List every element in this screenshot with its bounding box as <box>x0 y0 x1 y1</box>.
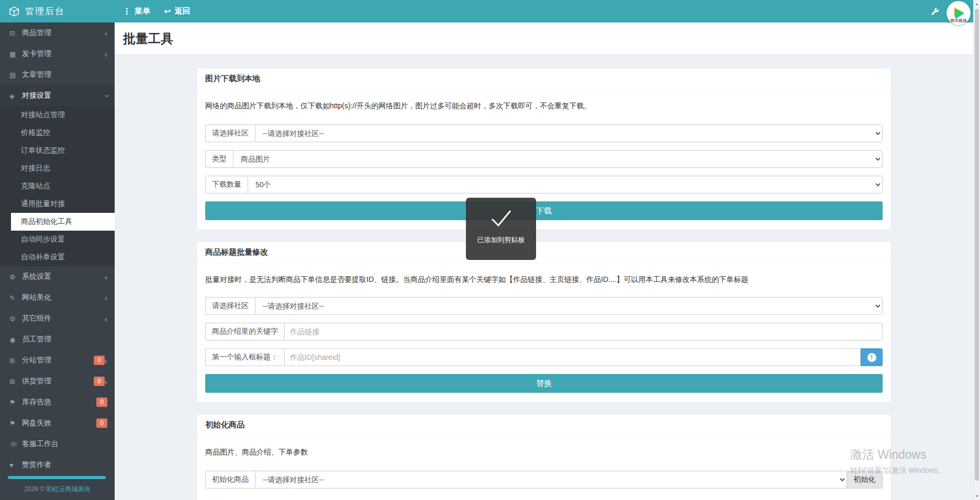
chevron-left-icon: ‹ <box>105 356 107 365</box>
sidebar-item-staff[interactable]: ◉ 员工管理 <box>0 329 115 350</box>
chevron-left-icon: ‹ <box>105 293 107 302</box>
page-header: 批量工具 <box>115 22 973 55</box>
community-select[interactable]: --请选择对接社区-- <box>255 124 883 142</box>
clipboard-toast: 已添加到剪贴板 <box>466 198 536 260</box>
chevron-left-icon: ‹ <box>105 314 107 323</box>
back-arrow-icon: ↩ <box>164 6 171 16</box>
main-area: 批量工具 图片下载到本地 网络的商品图片下载到本地，仅下载如http(s)://… <box>115 22 973 500</box>
brand[interactable]: 管理后台 <box>0 5 115 17</box>
sidebar-item-articles[interactable]: ▤ 文章管理 <box>0 64 115 85</box>
grid-icon: ▦ <box>9 50 22 58</box>
back-button[interactable]: ↩ 返回 <box>164 6 190 16</box>
headset-icon: ☏ <box>9 440 22 448</box>
download-count-label: 下载数量 <box>205 176 248 194</box>
download-count-select[interactable]: 50个 <box>248 176 883 194</box>
heart-icon: ♥ <box>9 461 22 469</box>
sidebar-item-substations[interactable]: ⊞ 分站管理 0 ‹ <box>0 350 115 371</box>
download-button[interactable]: 下载 <box>205 201 883 220</box>
submenu-item-order-status[interactable]: 订单状态监控 <box>0 142 115 160</box>
count-badge: 0 <box>96 418 107 428</box>
init-goods-label: 初始化商品 <box>205 471 255 488</box>
cube-logo-icon <box>8 6 20 17</box>
page-title: 批量工具 <box>123 30 173 47</box>
submenu-item-dock-logs[interactable]: 对接日志 <box>0 160 115 177</box>
cubes-icon: ◈ <box>9 92 22 100</box>
submenu-item-auto-reorder[interactable]: 自动补单设置 <box>0 248 115 266</box>
card-title-batch-edit: 商品标题批量修改 批量对接时，是无法判断商品下单信息是否要提取ID、链接。当商品… <box>197 242 890 402</box>
sidebar-item-service-desk[interactable]: ☏ 客服工作台 <box>0 434 115 454</box>
keyword-input-label: 商品介绍里的关键字 <box>205 323 284 340</box>
sidebar-item-goods[interactable]: ⊟ 商品管理 ‹ <box>0 22 115 43</box>
gear-icon: ⚙ <box>9 273 22 281</box>
sidebar-item-low-stock[interactable]: ⚑ 库存告急 0 <box>0 392 115 413</box>
tencent-video-float-icon[interactable]: 腾讯视频 <box>946 1 971 25</box>
brush-icon: ✎ <box>9 294 22 302</box>
community-select-label: 请选择社区 <box>205 124 255 142</box>
sidebar: ⊟ 商品管理 ‹ ▦ 发卡管理 ‹ ▤ 文章管理 ◈ 对接设置 ‹ 对接站点管理… <box>0 22 115 500</box>
first-input-title-input[interactable] <box>284 348 861 366</box>
card-title: 商品标题批量修改 <box>197 242 890 263</box>
submenu-item-dock-sites[interactable]: 对接站点管理 <box>0 106 115 124</box>
replace-button[interactable]: 替换 <box>205 374 883 393</box>
chevron-left-icon: ‹ <box>105 377 107 386</box>
card-image-download: 图片下载到本地 网络的商品图片下载到本地，仅下载如http(s)://开头的网络… <box>197 69 890 230</box>
user-icon: ◉ <box>9 336 22 344</box>
menu-label: 菜单 <box>135 6 150 16</box>
card-title: 初始化商品 <box>197 415 890 436</box>
vertical-dots-icon: ⋮ <box>122 6 131 16</box>
bullhorn-icon: ⚑ <box>9 419 22 427</box>
count-badge: 0 <box>94 356 105 365</box>
copyright-link[interactable]: 彩虹云商城系统 <box>47 485 91 493</box>
sidebar-item-beautify[interactable]: ✎ 网站美化 ‹ <box>0 287 115 308</box>
chevron-left-icon: ‹ <box>105 29 107 38</box>
cart-icon: ⊟ <box>9 29 22 37</box>
sidebar-copyright: 2026 © 彩虹云商城系统 <box>0 485 115 494</box>
sidebar-item-suppliers[interactable]: ⊞ 供货管理 0 ‹ <box>0 371 115 392</box>
toast-message: 已添加到剪贴板 <box>477 235 525 245</box>
submenu-item-auto-sync[interactable]: 自动同步设置 <box>0 231 115 248</box>
initialize-button[interactable]: 初始化 <box>847 471 883 488</box>
bullhorn-icon: ⚑ <box>9 399 22 406</box>
sidebar-item-system[interactable]: ⚙ 系统设置 ‹ <box>0 266 115 287</box>
community-select-label: 请选择社区 <box>205 297 255 315</box>
card-description: 批量对接时，是无法判断商品下单信息是否要提取ID、链接。当商品介绍里面有某个关键… <box>205 275 883 285</box>
type-select-label: 类型 <box>205 150 233 168</box>
sitemap-icon: ⊞ <box>9 357 22 365</box>
sidebar-scroll-indicator[interactable] <box>8 476 106 479</box>
topnav: ⋮ 菜单 ↩ 返回 <box>115 6 190 16</box>
sidebar-item-dead-links[interactable]: ⚑ 网盘失效 0 <box>0 413 115 434</box>
scroll-down-icon[interactable]: ▼ <box>974 492 980 500</box>
count-badge: 0 <box>96 397 107 407</box>
community-select-2[interactable]: --请选择对接社区-- <box>255 297 883 315</box>
scrollbar-thumb[interactable] <box>975 9 979 481</box>
submenu-item-batch-dock[interactable]: 通用批量对接 <box>0 195 115 213</box>
card-init-goods: 初始化商品 商品图片、商品介绍、下单参数 初始化商品 --请选择对接社区-- 初… <box>197 415 890 500</box>
scroll-up-icon[interactable]: ▲ <box>974 0 980 8</box>
sidebar-item-dock-settings[interactable]: ◈ 对接设置 ‹ <box>0 85 115 106</box>
submenu-item-clone-site[interactable]: 克隆站点 <box>0 177 115 195</box>
wrench-icon[interactable] <box>930 7 940 16</box>
sitemap-icon: ⊞ <box>9 378 22 385</box>
menu-button[interactable]: ⋮ 菜单 <box>122 6 150 16</box>
submenu-item-init-tool[interactable]: 商品初始化工具 <box>11 213 115 231</box>
keyword-input[interactable] <box>284 323 883 340</box>
card-description: 网络的商品图片下载到本地，仅下载如http(s)://开头的网络图片，图片过多可… <box>205 101 883 111</box>
card-title: 图片下载到本地 <box>197 69 890 89</box>
brand-title: 管理后台 <box>25 5 65 17</box>
page-scrollbar[interactable]: ▲ ▼ <box>973 0 980 500</box>
init-community-select[interactable]: --请选择对接社区-- <box>255 471 847 488</box>
checkmark-icon <box>486 205 516 230</box>
dock-settings-submenu: 对接站点管理 价格监控 订单状态监控 对接日志 克隆站点 通用批量对接 商品初始… <box>0 106 115 266</box>
sidebar-item-donate[interactable]: ♥ 赞赏作者 <box>0 454 115 475</box>
chevron-down-icon: ‹ <box>102 95 110 97</box>
sidebar-item-cards[interactable]: ▦ 发卡管理 ‹ <box>0 43 115 64</box>
sidebar-item-components[interactable]: ⚙ 其它组件 ‹ <box>0 308 115 329</box>
first-input-title-label: 第一个输入框标题： <box>205 348 284 366</box>
back-label: 返回 <box>174 6 190 16</box>
count-badge: 0 <box>94 377 105 386</box>
topbar: 管理后台 ⋮ 菜单 ↩ 返回 <box>0 0 973 22</box>
info-button[interactable]: ! <box>861 348 883 366</box>
submenu-item-price-monitor[interactable]: 价格监控 <box>0 124 115 142</box>
card-description: 商品图片、商品介绍、下单参数 <box>205 448 883 457</box>
type-select[interactable]: 商品图片 <box>233 150 883 168</box>
